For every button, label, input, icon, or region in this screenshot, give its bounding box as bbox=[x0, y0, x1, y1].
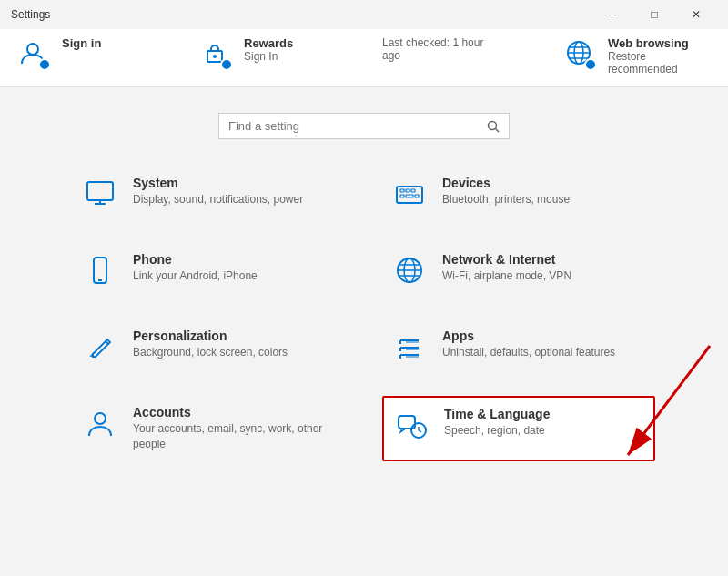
svg-rect-15 bbox=[406, 189, 410, 192]
svg-rect-17 bbox=[400, 195, 404, 197]
notif-rewards-text: Rewards Sign In bbox=[244, 36, 293, 63]
apps-subtitle: Uninstall, defaults, optional features bbox=[442, 345, 615, 360]
search-box bbox=[218, 113, 510, 139]
close-button[interactable]: ✕ bbox=[675, 0, 717, 29]
svg-line-9 bbox=[496, 128, 500, 132]
notif-rewards-badge bbox=[220, 58, 233, 71]
title-bar: Settings ─ □ ✕ bbox=[0, 0, 728, 29]
setting-item-accounts[interactable]: Accounts Your accounts, email, sync, wor… bbox=[73, 396, 346, 461]
window-controls: ─ □ ✕ bbox=[592, 0, 717, 29]
svg-line-40 bbox=[419, 430, 421, 432]
personalization-title: Personalization bbox=[133, 328, 288, 343]
notif-signin-text: Sign in bbox=[62, 36, 101, 50]
svg-point-8 bbox=[489, 121, 497, 129]
devices-icon bbox=[391, 176, 428, 212]
notif-rewards-icon bbox=[200, 38, 233, 71]
setting-item-phone[interactable]: Phone Link your Android, iPhone bbox=[73, 243, 346, 298]
notif-signin-icon bbox=[18, 38, 51, 71]
network-text: Network & Internet Wi-Fi, airplane mode,… bbox=[442, 252, 571, 284]
app-title: Settings bbox=[11, 8, 50, 21]
svg-rect-10 bbox=[87, 182, 113, 200]
notif-item-webbrowsing[interactable]: Web browsing Restore recommended bbox=[564, 36, 710, 76]
notif-signin-badge bbox=[38, 58, 51, 71]
setting-item-system[interactable]: System Display, sound, notifications, po… bbox=[73, 167, 346, 221]
accounts-subtitle: Your accounts, email, sync, work, other … bbox=[133, 421, 337, 452]
devices-subtitle: Bluetooth, printers, mouse bbox=[442, 192, 570, 207]
setting-item-apps[interactable]: Apps Uninstall, defaults, optional featu… bbox=[382, 319, 655, 374]
network-subtitle: Wi-Fi, airplane mode, VPN bbox=[442, 268, 571, 284]
setting-item-personalization[interactable]: Personalization Background, lock screen,… bbox=[73, 319, 346, 374]
notification-strip: Sign in Rewards Sign In Last checked: 1 … bbox=[0, 29, 728, 87]
notif-item-signin[interactable]: Sign in bbox=[18, 36, 164, 76]
notif-webbrowsing-icon bbox=[564, 38, 597, 71]
apps-icon bbox=[391, 328, 428, 365]
notif-rewards-subtitle: Sign In bbox=[244, 50, 293, 63]
system-title: System bbox=[133, 176, 303, 190]
network-icon bbox=[391, 252, 428, 288]
svg-point-2 bbox=[213, 55, 217, 58]
personalization-subtitle: Background, lock screen, colors bbox=[133, 345, 288, 360]
svg-rect-19 bbox=[415, 195, 419, 197]
setting-item-network[interactable]: Network & Internet Wi-Fi, airplane mode,… bbox=[382, 243, 655, 298]
maximize-button[interactable]: □ bbox=[633, 0, 675, 29]
notif-webbrowsing-title: Web browsing bbox=[608, 36, 710, 50]
notif-webbrowsing-text: Web browsing Restore recommended bbox=[608, 36, 710, 76]
phone-icon bbox=[82, 252, 118, 288]
system-text: System Display, sound, notifications, po… bbox=[133, 176, 303, 207]
apps-title: Apps bbox=[442, 328, 615, 343]
svg-rect-18 bbox=[406, 195, 413, 197]
notif-item-rewards[interactable]: Rewards Sign In bbox=[200, 36, 346, 76]
minimize-button[interactable]: ─ bbox=[592, 0, 633, 29]
system-subtitle: Display, sound, notifications, power bbox=[133, 192, 303, 207]
notif-webbrowsing-badge bbox=[584, 58, 597, 71]
svg-rect-14 bbox=[400, 189, 404, 192]
devices-text: Devices Bluetooth, printers, mouse bbox=[442, 176, 570, 207]
time-language-icon bbox=[393, 407, 430, 443]
personalization-text: Personalization Background, lock screen,… bbox=[133, 328, 288, 360]
accounts-icon bbox=[82, 405, 118, 441]
devices-title: Devices bbox=[442, 176, 570, 190]
phone-text: Phone Link your Android, iPhone bbox=[133, 252, 258, 284]
search-icon bbox=[487, 120, 500, 133]
svg-rect-16 bbox=[411, 189, 415, 192]
setting-item-devices[interactable]: Devices Bluetooth, printers, mouse bbox=[382, 167, 655, 221]
setting-item-time-language[interactable]: Time & Language Speech, region, date bbox=[382, 396, 655, 461]
svg-point-36 bbox=[95, 413, 106, 424]
accounts-text: Accounts Your accounts, email, sync, wor… bbox=[133, 405, 337, 452]
personalization-icon bbox=[82, 328, 118, 365]
notif-webbrowsing-subtitle: Restore recommended bbox=[608, 50, 710, 76]
time-language-text: Time & Language Speech, region, date bbox=[444, 407, 550, 439]
svg-point-0 bbox=[27, 44, 38, 55]
system-icon bbox=[82, 176, 118, 212]
notif-rewards-title: Rewards bbox=[244, 36, 293, 50]
settings-grid: System Display, sound, notifications, po… bbox=[0, 157, 728, 470]
notif-item-lastchecked: Last checked: 1 hourago bbox=[382, 36, 528, 76]
accounts-title: Accounts bbox=[133, 405, 337, 419]
phone-subtitle: Link your Android, iPhone bbox=[133, 268, 258, 284]
svg-rect-20 bbox=[94, 258, 106, 283]
search-section bbox=[0, 87, 728, 157]
network-title: Network & Internet bbox=[442, 252, 571, 267]
apps-text: Apps Uninstall, defaults, optional featu… bbox=[442, 328, 615, 360]
time-language-subtitle: Speech, region, date bbox=[444, 423, 550, 439]
phone-title: Phone bbox=[133, 252, 258, 267]
search-input[interactable] bbox=[228, 119, 480, 133]
time-language-title: Time & Language bbox=[444, 407, 550, 421]
